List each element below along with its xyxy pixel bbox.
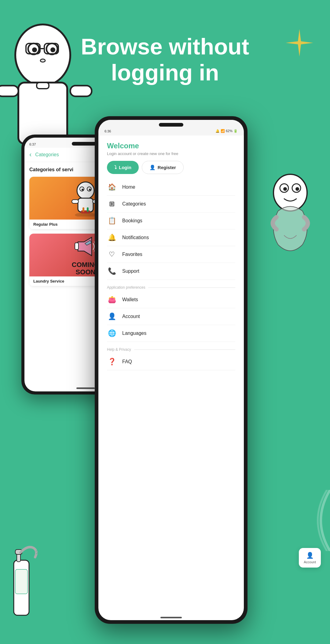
- menu-item-favorites[interactable]: ♡ Favorites: [107, 246, 235, 263]
- svg-rect-11: [70, 86, 92, 96]
- svg-rect-24: [72, 200, 79, 203]
- login-button[interactable]: ⤵ Login: [107, 161, 139, 174]
- bottom-nav-peek: 👤 Account: [299, 548, 321, 568]
- menu-item-home[interactable]: 🏠 Home: [107, 179, 235, 196]
- front-phone-notch-area: 6:36 🔔 📶 62% 🔋: [98, 120, 244, 135]
- favorites-label: Favorites: [122, 252, 142, 257]
- favorites-icon: ♡: [107, 250, 117, 258]
- account-label: Account: [122, 314, 140, 319]
- front-phone-notch: [159, 123, 183, 127]
- svg-point-21: [82, 189, 83, 191]
- help-privacy-separator: Help & Privacy: [107, 342, 235, 353]
- welcome-subtitle: Login account or create new one for free: [107, 151, 235, 156]
- svg-rect-29: [87, 207, 89, 212]
- menu-item-languages[interactable]: 🌐 Languages: [107, 325, 235, 342]
- register-icon: 👤: [149, 165, 156, 170]
- welcome-title: Welcome: [107, 142, 235, 150]
- wallets-label: Wallets: [122, 297, 138, 302]
- front-phone: 6:36 🔔 📶 62% 🔋 Welcome Login account or …: [95, 116, 248, 624]
- app-preferences-label: Application preferences: [107, 285, 145, 290]
- back-phone-home-bar: [76, 387, 95, 389]
- menu-item-bookings[interactable]: 📋 Bookings: [107, 213, 235, 229]
- menu-item-support[interactable]: 📞 Support: [107, 263, 235, 280]
- app-preferences-separator: Application preferences: [107, 280, 235, 291]
- bookings-icon: 📋: [107, 217, 117, 225]
- support-label: Support: [122, 268, 139, 274]
- svg-rect-27: [81, 210, 90, 213]
- front-phone-body: Welcome Login account or create new one …: [98, 135, 244, 616]
- menu-item-account[interactable]: 👤 Account: [107, 308, 235, 325]
- svg-point-18: [77, 182, 94, 199]
- notifications-label: Notifications: [122, 235, 149, 240]
- svg-marker-30: [78, 237, 92, 256]
- svg-rect-23: [78, 198, 93, 212]
- notifications-icon: 🔔: [107, 234, 117, 242]
- svg-point-37: [295, 187, 299, 191]
- bookings-label: Bookings: [122, 218, 142, 224]
- curve-decoration: [293, 490, 330, 552]
- register-button[interactable]: 👤 Register: [142, 161, 184, 174]
- svg-rect-31: [75, 243, 79, 250]
- faq-label: FAQ: [122, 359, 132, 365]
- front-phone-status-bar: 6:36 🔔 📶 62% 🔋: [98, 128, 244, 135]
- menu-item-notifications[interactable]: 🔔 Notifications: [107, 229, 235, 246]
- welcome-section: Welcome Login account or create new one …: [107, 142, 235, 174]
- home-icon: 🏠: [107, 183, 117, 191]
- home-label: Home: [122, 184, 135, 190]
- login-icon: ⤵: [114, 165, 117, 170]
- menu-item-categories[interactable]: ⊞ Categories: [107, 196, 235, 213]
- support-icon: 📞: [107, 267, 117, 275]
- svg-point-22: [89, 189, 91, 191]
- languages-label: Languages: [122, 331, 146, 336]
- svg-rect-28: [82, 207, 84, 212]
- front-phone-home-bar: [160, 617, 182, 618]
- auth-buttons: ⤵ Login 👤 Register: [107, 161, 235, 174]
- svg-rect-10: [0, 86, 18, 96]
- languages-icon: 🌐: [107, 329, 117, 337]
- cleaning-bottle: [0, 536, 43, 629]
- categories-menu-label: Categories: [122, 201, 146, 207]
- svg-point-36: [283, 187, 287, 191]
- svg-rect-41: [15, 569, 28, 594]
- svg-point-33: [273, 174, 307, 211]
- back-arrow-icon[interactable]: ‹: [29, 151, 31, 159]
- faq-icon: ❓: [107, 358, 117, 366]
- categories-icon: ⊞: [107, 200, 117, 208]
- menu-item-faq[interactable]: ❓ FAQ: [107, 353, 235, 370]
- account-icon: 👤: [107, 313, 117, 320]
- help-privacy-label: Help & Privacy: [107, 347, 131, 352]
- main-heading: Browse without logging in: [0, 34, 330, 86]
- categories-title: Categories: [35, 152, 59, 157]
- genie-robot: [260, 168, 321, 261]
- menu-item-wallets[interactable]: 👛 Wallets: [107, 291, 235, 308]
- wallets-icon: 👛: [107, 296, 117, 304]
